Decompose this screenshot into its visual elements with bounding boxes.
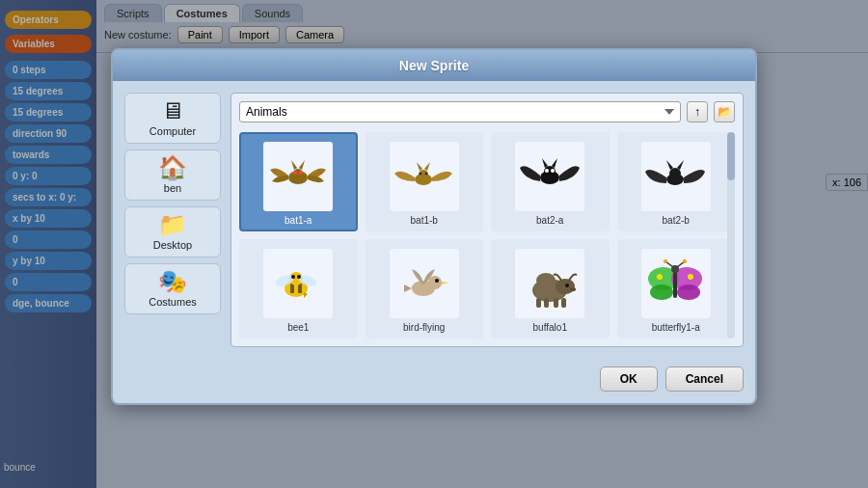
sprite-bat1-a-image [263, 142, 333, 211]
sprite-buffalo1-name: buffalo1 [533, 322, 567, 333]
folder-computer[interactable]: 🖥 Computer [124, 93, 221, 144]
svg-marker-20 [666, 160, 673, 170]
svg-point-55 [657, 274, 663, 280]
folder-desktop[interactable]: 📁 Desktop [124, 206, 221, 258]
svg-point-28 [291, 275, 295, 279]
sprite-panel: Animals ↑ 📂 [231, 93, 744, 347]
folder-costumes[interactable]: 🎭 Costumes [124, 263, 221, 314]
svg-point-37 [536, 273, 556, 288]
svg-point-33 [428, 276, 442, 289]
ok-button[interactable]: OK [600, 366, 658, 392]
desktop-icon: 📁 [158, 213, 187, 236]
svg-point-44 [570, 287, 576, 291]
butterfly1-a-svg [644, 258, 707, 311]
svg-point-10 [420, 172, 422, 175]
svg-point-48 [677, 285, 700, 300]
scrollbar-track[interactable] [727, 132, 735, 339]
costumes-icon: 🎭 [158, 270, 187, 293]
category-row: Animals ↑ 📂 [239, 101, 735, 122]
sprite-bat2-a-image [515, 142, 584, 211]
sprite-bat2-b-name: bat2-b [663, 215, 690, 226]
category-select[interactable]: Animals [239, 101, 681, 122]
svg-marker-15 [552, 158, 557, 168]
buffalo1-svg [519, 258, 582, 311]
svg-marker-3 [299, 160, 305, 170]
svg-rect-49 [673, 271, 677, 298]
costumes-label: Costumes [149, 296, 197, 308]
dialog-body: 🖥 Computer 🏠 ben 📁 Desktop 🎭 Costumes [113, 81, 755, 359]
svg-rect-39 [536, 298, 541, 308]
svg-rect-42 [561, 298, 566, 308]
nav-up-button[interactable]: ↑ [687, 101, 708, 122]
sprite-bee1-name: bee1 [287, 322, 309, 333]
svg-point-35 [435, 279, 439, 283]
svg-point-19 [669, 168, 681, 179]
home-icon: 🏠 [158, 156, 187, 179]
svg-marker-8 [417, 162, 422, 171]
dialog-title: New Sprite [113, 50, 755, 81]
sprite-bat2-a[interactable]: bat2-a [491, 132, 610, 231]
sprite-butterfly1-a[interactable]: butterfly1-a [617, 239, 736, 339]
sprite-buffalo1[interactable]: buffalo1 [491, 239, 610, 339]
svg-point-4 [293, 171, 297, 175]
sprite-bee1-image [263, 249, 333, 318]
svg-marker-34 [441, 282, 448, 285]
svg-point-5 [299, 171, 303, 175]
bee1-svg [267, 258, 330, 311]
sprite-bat1-a-name: bat1-a [285, 215, 312, 226]
sprite-bird-flying-image [390, 249, 459, 318]
cancel-button[interactable]: Cancel [665, 366, 744, 392]
sprite-butterfly1-a-image [641, 249, 711, 318]
svg-point-38 [556, 279, 575, 294]
svg-marker-32 [404, 285, 412, 292]
bird-flying-svg [393, 258, 455, 311]
svg-point-43 [565, 284, 569, 287]
svg-point-56 [688, 274, 693, 280]
svg-rect-23 [290, 284, 294, 293]
svg-point-11 [425, 172, 428, 175]
sprite-bee1[interactable]: bee1 [239, 239, 358, 339]
svg-marker-9 [424, 162, 430, 171]
svg-marker-14 [542, 158, 548, 168]
svg-point-16 [545, 169, 549, 173]
nav-folder-button[interactable]: 📂 [714, 101, 735, 122]
svg-marker-21 [677, 160, 684, 170]
folder-panel: 🖥 Computer 🏠 ben 📁 Desktop 🎭 Costumes [124, 93, 221, 347]
sprite-butterfly1-a-name: butterfly1-a [652, 322, 700, 333]
desktop-label: Desktop [153, 239, 192, 251]
sprite-bat2-a-name: bat2-a [536, 215, 563, 226]
computer-label: Computer [149, 125, 196, 137]
sprite-bird-flying-name: bird-flying [403, 322, 445, 333]
bat1-a-svg [267, 150, 330, 203]
sprite-bat2-b-image [641, 142, 711, 211]
sprite-buffalo1-image [515, 249, 584, 318]
scrollbar-thumb[interactable] [727, 132, 735, 180]
sprite-bat1-b-name: bat1-b [411, 215, 438, 226]
sprite-grid: bat1-a [239, 132, 735, 339]
svg-point-17 [551, 169, 555, 173]
computer-icon: 🖥 [161, 99, 184, 122]
sprite-bird-flying[interactable]: bird-flying [366, 239, 484, 339]
sprite-bat1-a[interactable]: bat1-a [239, 132, 358, 231]
svg-marker-2 [291, 160, 297, 170]
svg-point-54 [683, 259, 687, 263]
svg-point-29 [297, 275, 301, 279]
svg-point-52 [664, 259, 667, 263]
sprite-bat2-b[interactable]: bat2-b [617, 132, 736, 231]
sprite-bat1-b[interactable]: bat1-b [366, 132, 484, 231]
svg-rect-24 [298, 284, 302, 293]
svg-rect-40 [544, 298, 549, 308]
bat1-b-svg [393, 150, 455, 203]
folder-ben[interactable]: 🏠 ben [124, 149, 221, 201]
sprite-bat1-b-image [390, 142, 459, 211]
dialog-footer: OK Cancel [113, 359, 755, 403]
new-sprite-dialog: New Sprite 🖥 Computer 🏠 ben 📁 Desktop 🎭 [111, 48, 757, 405]
svg-point-47 [650, 285, 673, 300]
dialog-overlay: New Sprite 🖥 Computer 🏠 ben 📁 Desktop 🎭 [0, 0, 868, 488]
bat2-a-svg [519, 150, 582, 203]
svg-rect-41 [554, 298, 558, 308]
bat2-b-svg [644, 150, 707, 203]
ben-label: ben [164, 182, 181, 194]
